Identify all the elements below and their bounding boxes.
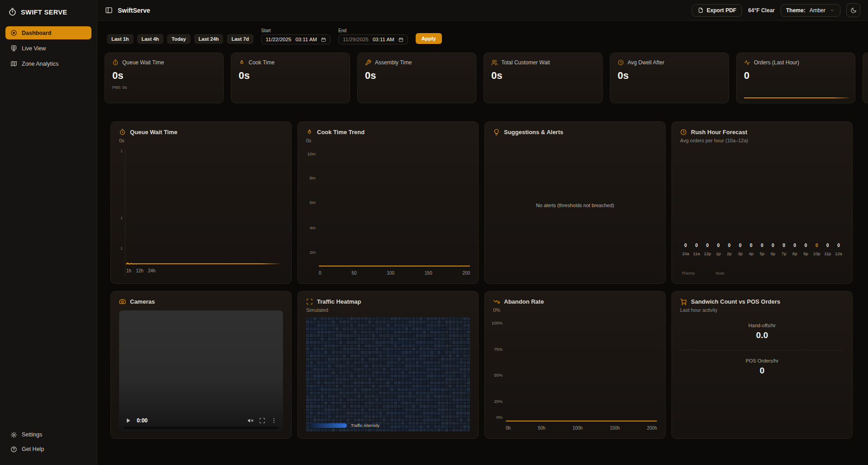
sidebar-item-get-help[interactable]: Get Help [10, 444, 86, 455]
heatmap-cell [452, 412, 456, 414]
heatmap-cell [372, 412, 375, 414]
heatmap-cell [394, 408, 397, 411]
heatmap-cell [434, 341, 437, 344]
export-pdf-button[interactable]: Export PDF [692, 4, 742, 17]
heatmap-cell [398, 317, 401, 320]
heatmap-cell [324, 408, 327, 411]
hour-tick: 12p [702, 251, 713, 256]
heatmap-cell [336, 405, 339, 407]
heatmap-cell [401, 381, 404, 384]
heatmap-cell [354, 374, 357, 377]
heatmap-cell [427, 422, 430, 425]
heatmap-cell [361, 395, 364, 397]
x-tick: 24h [148, 268, 156, 273]
range-last-24h-button[interactable]: Last 24h [194, 34, 224, 44]
heatmap-cell [361, 358, 364, 360]
heatmap-cell [339, 429, 342, 431]
heatmap-cell [386, 392, 389, 394]
heatmap-cell [354, 402, 357, 404]
heatmap-cell [354, 341, 357, 344]
heatmap-cell [328, 354, 331, 357]
play-icon[interactable] [125, 417, 131, 424]
heatmap-cell [460, 338, 463, 340]
heatmap-cell [324, 412, 327, 414]
heatmap-cell [423, 364, 426, 367]
heatmap-cell [452, 415, 456, 418]
heatmap-cell [336, 415, 339, 418]
heatmap-cell [386, 334, 389, 337]
heatmap-cell [452, 324, 456, 327]
apply-button[interactable]: Apply [416, 33, 442, 44]
range-last-7d-button[interactable]: Last 7d [227, 34, 254, 44]
heatmap-cell [467, 405, 470, 407]
sidebar-item-dashboard[interactable]: Dashboard [5, 26, 91, 39]
heatmap-cell [412, 395, 415, 397]
heatmap-cell [321, 320, 324, 323]
y-tick: 1 [120, 149, 123, 153]
heatmap-cell [317, 385, 320, 388]
heatmap-cell [313, 412, 317, 414]
chevron-down-icon [830, 8, 835, 13]
start-date-input[interactable]: 11/22/2025 03:11 AM [261, 34, 331, 44]
heatmap-cell [321, 358, 324, 360]
dark-mode-button[interactable] [846, 3, 860, 17]
rush-hour-plot: 000000000000000 10a11a12p1p2p3p4p5p6p7p8… [680, 143, 844, 276]
heatmap-cell [452, 368, 456, 371]
queue-wait-plot: 1 1 1 1h12h24h [125, 150, 283, 276]
heatmap-cell [328, 364, 331, 367]
heatmap-cell [324, 368, 327, 371]
heatmap-cell [364, 402, 368, 404]
heatmap-cell [467, 364, 470, 367]
heatmap-cell [405, 392, 408, 394]
heatmap-cell [324, 388, 327, 391]
heatmap-cell [416, 361, 419, 364]
sidebar-item-live-view[interactable]: Live View [5, 42, 91, 55]
heatmap-cell [423, 317, 426, 320]
end-date-input[interactable]: 11/29/2025 03:11 AM [338, 34, 408, 44]
kpi-card-queue-wait: Queue Wait Time 0s P90: 0s [105, 53, 224, 103]
range-last-4h-button[interactable]: Last 4h [137, 34, 164, 44]
heatmap-cell [430, 317, 433, 320]
heatmap-cell [405, 348, 408, 350]
card-title: Traffic Heatmap [317, 298, 361, 305]
calendar-icon[interactable] [321, 37, 326, 42]
heatmap-cell [317, 415, 320, 418]
heatmap-cell [336, 331, 339, 334]
sidebar-item-settings[interactable]: Settings [10, 429, 86, 440]
video-player[interactable]: 0:00 [119, 310, 283, 431]
heatmap-cell [364, 385, 368, 388]
heatmap-cell [408, 422, 412, 425]
mute-icon[interactable] [247, 417, 254, 424]
heatmap-cell [419, 425, 422, 428]
heatmap-cell [460, 425, 463, 428]
video-scrubber[interactable] [124, 426, 278, 429]
sidebar-item-zone-analytics[interactable]: Zone Analytics [5, 57, 91, 70]
fullscreen-icon[interactable] [259, 417, 265, 424]
kebab-menu-icon[interactable] [271, 417, 277, 424]
sidebar-item-label: Live View [22, 45, 46, 52]
heatmap-cell [336, 344, 339, 347]
calendar-icon[interactable] [398, 37, 403, 42]
heatmap-cell [379, 331, 382, 334]
sidebar-toggle-icon[interactable] [105, 6, 113, 14]
heatmap-cell [379, 392, 382, 394]
heatmap-cell [460, 364, 463, 367]
heatmap-cell [313, 358, 317, 360]
heatmap-cell [354, 381, 357, 384]
heatmap-cell [427, 398, 430, 401]
heatmap-cell [361, 385, 364, 388]
heatmap-cell [313, 378, 317, 381]
range-today-button[interactable]: Today [167, 34, 191, 44]
heatmap-cell [467, 374, 470, 377]
heatmap-cell [427, 348, 430, 350]
heatmap-cell [467, 368, 470, 371]
theme-select[interactable]: Theme: Amber [781, 4, 840, 17]
heatmap-cell [394, 418, 397, 421]
heatmap-cell [386, 320, 389, 323]
range-last-1h-button[interactable]: Last 1h [107, 34, 134, 44]
heatmap-cell [427, 374, 430, 377]
heatmap-cell [368, 388, 371, 391]
heatmap-cell [383, 405, 386, 407]
heatmap-cell [437, 378, 441, 381]
heatmap-cell [463, 327, 466, 330]
